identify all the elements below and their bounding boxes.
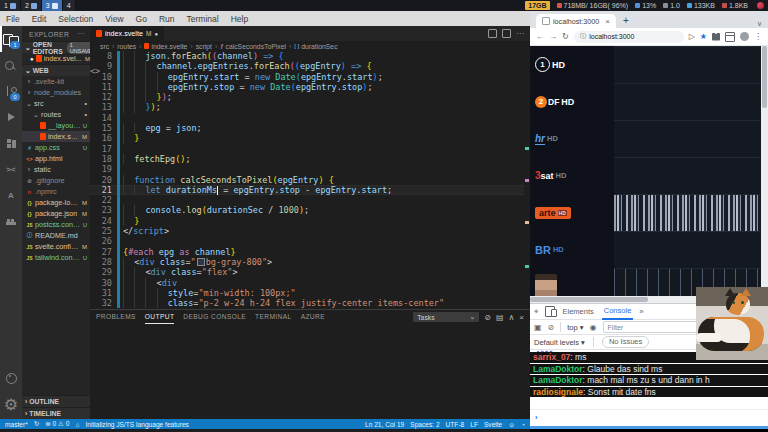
- tree-item-svelte-config-js[interactable]: JSsvelte.config.jsM: [22, 241, 90, 252]
- code-line-27[interactable]: 27{#each epg as channel}: [90, 247, 524, 257]
- tree-item-tailwind-config-cjs[interactable]: JStailwind.config.cjsU: [22, 252, 90, 263]
- tree-item--gitignore[interactable]: ⊘.gitignore: [22, 175, 90, 186]
- tree-item-postcss-config-cjs[interactable]: JSpostcss.config.cjsU: [22, 219, 90, 230]
- code-line-23[interactable]: 23console.log(durationSec / 1000);: [90, 205, 524, 215]
- console-prompt[interactable]: ›: [530, 409, 768, 424]
- extensions-icon[interactable]: [712, 33, 720, 41]
- tree-item-static[interactable]: ›static: [22, 164, 90, 175]
- timeline-section[interactable]: › TIMELINE: [22, 407, 90, 419]
- issues-counter[interactable]: No Issues: [602, 336, 649, 348]
- bookmark-star-icon[interactable]: ★: [700, 32, 707, 41]
- open-editor-item[interactable]: ● index.svel... M: [22, 53, 90, 64]
- code-line-24[interactable]: 24}: [90, 216, 524, 226]
- forward-icon[interactable]: →: [549, 32, 557, 41]
- devtools-tab-elements[interactable]: Elements: [561, 305, 596, 319]
- tree-item--svelte-kit[interactable]: ›.svelte-kit: [22, 76, 90, 87]
- code-line-26[interactable]: 26: [90, 236, 524, 246]
- console-sidebar-icon[interactable]: ▣: [534, 323, 542, 332]
- menu-file[interactable]: File: [0, 14, 26, 24]
- code-line-14[interactable]: 14: [90, 113, 524, 123]
- breadcrumb-item[interactable]: src: [100, 43, 109, 50]
- code-line-31[interactable]: 31style="min-width: 100px;": [90, 288, 524, 298]
- breadcrumb-item[interactable]: index.svelte: [144, 43, 187, 50]
- activity-remote-icon[interactable]: ><: [0, 156, 22, 182]
- code-line-19[interactable]: 19: [90, 164, 524, 174]
- home-icon[interactable]: ⌂: [76, 421, 80, 428]
- maximize-panel-icon[interactable]: ∧: [508, 313, 514, 322]
- code-line-28[interactable]: 28<div class="bg-gray-800">: [90, 257, 524, 267]
- eol-item[interactable]: LF: [470, 421, 478, 428]
- profile-avatar[interactable]: [740, 32, 749, 41]
- context-selector[interactable]: top ▾: [567, 323, 583, 332]
- workspace-button-4[interactable]: 4: [63, 0, 76, 11]
- code-line-17[interactable]: 17: [90, 144, 524, 154]
- problems-item[interactable]: ⊗ 0 ⚠ 0: [45, 420, 69, 428]
- new-tab-button[interactable]: +: [623, 14, 629, 28]
- menu-selection[interactable]: Selection: [52, 14, 99, 24]
- panel-tab-terminal[interactable]: TERMINAL: [255, 310, 292, 324]
- tree-item-src[interactable]: ⌄src•: [22, 98, 90, 109]
- tree-item-package-lock-json[interactable]: {}package-lock.jsonM: [22, 197, 90, 208]
- menu-terminal[interactable]: Terminal: [181, 14, 225, 24]
- clear-output-icon[interactable]: ⊘: [484, 313, 491, 322]
- tree-item-node-modules[interactable]: ›node_modules: [22, 87, 90, 98]
- output-channel-select[interactable]: Tasks ⌄: [413, 312, 479, 322]
- code-line-16[interactable]: 16}: [90, 133, 524, 143]
- code-line-25[interactable]: 25</script>: [90, 226, 524, 236]
- open-changes-icon[interactable]: [502, 29, 511, 38]
- tree-item-app-css[interactable]: #app.cssU: [22, 142, 90, 153]
- tab-group-icon[interactable]: [725, 32, 735, 42]
- more-actions-icon[interactable]: ⋯: [78, 30, 85, 38]
- split-editor-icon[interactable]: [488, 29, 497, 38]
- code-area[interactable]: 8json.forEach((channel) => {9channel.epg…: [90, 51, 524, 309]
- close-tab-icon[interactable]: ×: [605, 17, 610, 26]
- browser-tab[interactable]: localhost:3000 ×: [536, 14, 616, 28]
- code-line-11[interactable]: 11epgEntry.stop = new Date(epgEntry.stop…: [90, 82, 524, 92]
- code-line-32[interactable]: 32class="p-2 w-24 h-24 flex justify-cent…: [90, 298, 524, 308]
- sync-icon[interactable]: ↻: [34, 420, 40, 428]
- vertical-scrollbar[interactable]: [761, 46, 768, 303]
- breadcrumb-item[interactable]: <>script: [196, 43, 212, 50]
- menu-view[interactable]: View: [99, 14, 129, 24]
- notifications-icon[interactable]: ◔: [521, 421, 525, 428]
- tree-item-routes[interactable]: ⌄routes•: [22, 109, 90, 120]
- code-line-22[interactable]: 22: [90, 195, 524, 205]
- panel-tab-problems[interactable]: PROBLEMS: [96, 310, 136, 324]
- panel-tab-debug-console[interactable]: DEBUG CONSOLE: [183, 310, 246, 324]
- lock-scroll-icon[interactable]: ▤: [496, 313, 504, 322]
- tree-item-app-html[interactable]: <>app.html: [22, 153, 90, 164]
- encoding-item[interactable]: UTF-8: [446, 421, 465, 428]
- activity-run-debug-icon[interactable]: [0, 104, 22, 130]
- code-line-13[interactable]: 13});: [90, 102, 524, 112]
- activity-search-icon[interactable]: [0, 52, 22, 78]
- browser-menu-icon[interactable]: ⋮: [754, 32, 762, 41]
- close-panel-icon[interactable]: ×: [519, 313, 524, 322]
- activity-explorer-icon[interactable]: 1: [0, 26, 22, 52]
- code-line-21[interactable]: 21let durationMs = epgEntry.stop - epgEn…: [90, 185, 524, 195]
- outline-section[interactable]: › OUTLINE: [22, 395, 90, 407]
- back-icon[interactable]: ←: [536, 32, 544, 41]
- code-line-15[interactable]: 15epg = json;: [90, 123, 524, 133]
- tree-item-index-svelte[interactable]: index.svelteM: [22, 131, 90, 142]
- tab-search-icon[interactable]: ∨: [757, 20, 768, 28]
- settings-gear-icon[interactable]: ⚙: [0, 391, 22, 417]
- menu-help[interactable]: Help: [225, 14, 254, 24]
- device-toolbar-icon[interactable]: [545, 306, 555, 317]
- log-levels-dropdown[interactable]: Default levels ▾: [534, 338, 585, 347]
- tree-item-readme-md[interactable]: ⓘREADME.md: [22, 230, 90, 241]
- code-line-12[interactable]: 12});: [90, 92, 524, 102]
- code-line-18[interactable]: 18fetchEpg();: [90, 154, 524, 164]
- activity-extensions-icon[interactable]: [0, 130, 22, 156]
- open-editors-section[interactable]: ⌄ OPEN EDITORS 1 UNSAVED: [22, 41, 90, 53]
- site-info-icon[interactable]: ⓘ: [580, 32, 587, 41]
- tree-item--npmrc[interactable]: n.npmrc: [22, 186, 90, 197]
- tree-item--layout-svelte[interactable]: __layout.svelteU: [22, 120, 90, 131]
- activity-source-control-icon[interactable]: 0: [0, 78, 22, 104]
- inspect-element-icon[interactable]: ⌖: [534, 307, 539, 317]
- git-branch-item[interactable]: master*: [5, 421, 28, 428]
- menu-edit[interactable]: Edit: [26, 14, 53, 24]
- breadcrumb-item[interactable]: [ ]durationSec: [294, 43, 337, 50]
- code-line-29[interactable]: 29<div class="flex">: [90, 267, 524, 277]
- devtools-tab-console[interactable]: Console: [602, 304, 634, 320]
- workspace-button-2[interactable]: 2: [21, 0, 42, 11]
